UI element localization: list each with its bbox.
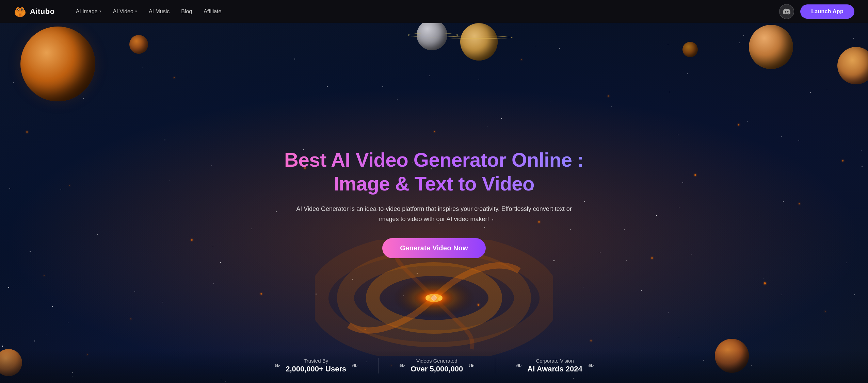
navbar-right: Launch App [779, 4, 854, 19]
stat-text-3: Corporate Vision AI Awards 2024 [527, 358, 582, 373]
stats-bar: ❧ Trusted By 2,000,000+ Users ❧ ❧ Videos… [0, 350, 868, 383]
planet-small-2 [682, 42, 698, 57]
ai-image-chevron-icon: ▾ [99, 9, 101, 14]
logo-text: Aitubo [30, 7, 55, 16]
laurel-right-3: ❧ [588, 361, 594, 370]
stat-trusted-by: ❧ Trusted By 2,000,000+ Users ❧ [254, 358, 378, 373]
discord-icon [783, 8, 790, 15]
ai-video-chevron-icon: ▾ [135, 9, 137, 14]
svg-point-8 [18, 9, 19, 10]
stat-value-1: 2,000,000+ Users [286, 365, 346, 373]
stat-videos-generated: ❧ Videos Generated Over 5,000,000 ❧ [378, 358, 495, 373]
planet-right-top [749, 25, 793, 69]
stat-label-1: Trusted By [286, 358, 346, 364]
laurel-right-2: ❧ [468, 361, 475, 370]
planet-small-1 [129, 35, 148, 54]
hero-section: Best AI Video Generator Online : Image &… [0, 23, 868, 383]
stat-label-2: Videos Generated [411, 358, 463, 364]
laurel-left-2: ❧ [399, 361, 405, 370]
stat-value-2: Over 5,000,000 [411, 365, 463, 373]
hero-title: Best AI Video Generator Online : Image &… [260, 148, 608, 195]
hero-content: Best AI Video Generator Online : Image &… [247, 148, 621, 258]
saturn-ring [445, 36, 513, 39]
svg-point-9 [22, 9, 22, 10]
nav-item-blog[interactable]: Blog [176, 6, 197, 17]
nav-item-ai-image[interactable]: AI Image ▾ [71, 6, 106, 17]
navbar: Aitubo AI Image ▾ AI Video ▾ AI Music Bl… [0, 0, 868, 23]
svg-rect-12 [20, 14, 21, 16]
laurel-left-1: ❧ [274, 361, 280, 370]
hero-subtitle: AI Video Generator is an idea-to-video p… [288, 204, 580, 224]
planet-saturn [460, 23, 498, 61]
stat-awards: ❧ Corporate Vision AI Awards 2024 ❧ [495, 358, 614, 373]
nav-item-ai-video[interactable]: AI Video ▾ [108, 6, 142, 17]
generate-video-button[interactable]: Generate Video Now [382, 238, 486, 258]
nav-item-affiliate[interactable]: Affiliate [199, 6, 226, 17]
logo-link[interactable]: Aitubo [14, 5, 55, 18]
stat-text-1: Trusted By 2,000,000+ Users [286, 358, 346, 373]
discord-button[interactable] [779, 4, 794, 19]
nav-menu: AI Image ▾ AI Video ▾ AI Music Blog Affi… [71, 6, 779, 17]
stat-value-3: AI Awards 2024 [527, 365, 582, 373]
launch-app-button[interactable]: Launch App [800, 4, 854, 19]
nav-item-ai-music[interactable]: AI Music [144, 6, 174, 17]
stat-text-2: Videos Generated Over 5,000,000 [411, 358, 463, 373]
stat-label-3: Corporate Vision [527, 358, 582, 364]
laurel-right-1: ❧ [352, 361, 358, 370]
svg-rect-11 [19, 14, 20, 16]
planet-large-left [20, 27, 95, 101]
logo-icon [14, 5, 27, 18]
laurel-left-3: ❧ [516, 361, 522, 370]
